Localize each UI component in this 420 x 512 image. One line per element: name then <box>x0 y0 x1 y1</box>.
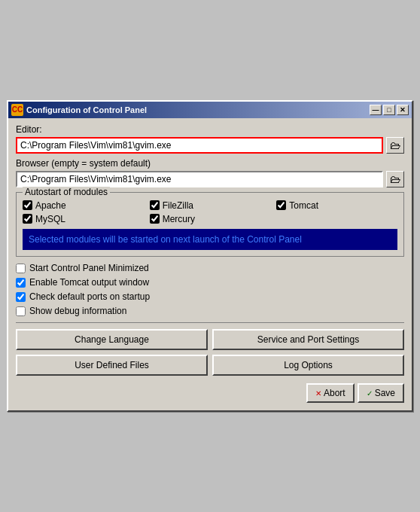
debug-checkbox[interactable] <box>16 306 26 316</box>
user-files-button[interactable]: User Defined Files <box>16 355 208 376</box>
service-port-button[interactable]: Service and Port Settings <box>212 329 404 350</box>
mercury-label[interactable]: Mercury <box>163 214 195 224</box>
tomcat-output-checkbox[interactable] <box>16 278 26 288</box>
options-group: Start Control Panel Minimized Enable Tom… <box>16 263 404 316</box>
filezilla-label[interactable]: FileZilla <box>163 200 193 211</box>
abort-button[interactable]: ✕ Abort <box>306 383 355 403</box>
editor-label: Editor: <box>16 124 404 135</box>
config-window: CC Configuration of Control Panel — □ ✕ … <box>7 100 413 413</box>
check-ports-label[interactable]: Check default ports on startup <box>29 291 150 302</box>
autostart-filezilla: FileZilla <box>150 200 271 211</box>
title-buttons: — □ ✕ <box>370 105 409 115</box>
app-icon: CC <box>11 104 23 116</box>
log-options-button[interactable]: Log Options <box>212 355 404 376</box>
check-ports-checkbox[interactable] <box>16 292 26 302</box>
autostart-apache: Apache <box>23 200 144 211</box>
autostart-mysql: MySQL <box>23 214 144 224</box>
minimized-checkbox[interactable] <box>16 264 26 273</box>
minimize-button[interactable]: — <box>370 105 382 115</box>
abort-icon: ✕ <box>315 389 321 398</box>
debug-label[interactable]: Show debug information <box>29 306 126 316</box>
browser-input[interactable] <box>16 171 383 187</box>
minimized-label[interactable]: Start Control Panel Minimized <box>29 263 149 273</box>
save-icon: ✓ <box>367 389 373 398</box>
abort-label: Abort <box>324 388 345 398</box>
autostart-group-label: Autostart of modules <box>23 187 110 197</box>
apache-label[interactable]: Apache <box>35 200 66 211</box>
editor-row: 🗁 <box>16 137 404 154</box>
editor-input[interactable] <box>16 137 383 154</box>
mysql-checkbox[interactable] <box>23 214 32 224</box>
autostart-group: Autostart of modules Apache FileZilla To… <box>16 192 404 258</box>
mysql-label[interactable]: MySQL <box>35 214 65 224</box>
maximize-button[interactable]: □ <box>383 105 395 115</box>
mercury-checkbox[interactable] <box>150 214 160 224</box>
bottom-buttons: ✕ Abort ✓ Save <box>16 380 404 404</box>
autostart-mercury: Mercury <box>150 214 271 224</box>
title-bar-left: CC Configuration of Control Panel <box>11 104 147 116</box>
editor-folder-button[interactable]: 🗁 <box>386 137 404 154</box>
browser-folder-button[interactable]: 🗁 <box>386 171 404 187</box>
browser-label: Browser (empty = system default) <box>16 158 404 169</box>
title-bar: CC Configuration of Control Panel — □ ✕ <box>8 102 412 118</box>
save-label: Save <box>375 388 395 398</box>
info-banner: Selected modules will be started on next… <box>23 229 397 251</box>
close-button[interactable]: ✕ <box>397 105 409 115</box>
save-button[interactable]: ✓ Save <box>358 383 404 403</box>
autostart-tomcat: Tomcat <box>276 200 397 211</box>
tomcat-output-label[interactable]: Enable Tomcat output window <box>29 277 149 288</box>
autostart-checkbox-grid: Apache FileZilla Tomcat MySQL Mercury <box>23 200 397 224</box>
browser-row: 🗁 <box>16 171 404 187</box>
apache-checkbox[interactable] <box>23 200 32 210</box>
change-language-button[interactable]: Change Language <box>16 329 208 350</box>
option-debug: Show debug information <box>16 306 404 316</box>
tomcat-label[interactable]: Tomcat <box>289 200 318 211</box>
tomcat-checkbox[interactable] <box>276 200 286 210</box>
filezilla-checkbox[interactable] <box>150 200 160 210</box>
option-check-ports: Check default ports on startup <box>16 291 404 302</box>
option-minimized: Start Control Panel Minimized <box>16 263 404 273</box>
divider <box>16 322 404 323</box>
main-content: Editor: 🗁 Browser (empty = system defaul… <box>8 118 412 411</box>
window-title: Configuration of Control Panel <box>26 105 147 114</box>
option-tomcat-output: Enable Tomcat output window <box>16 277 404 288</box>
action-buttons: Change Language Service and Port Setting… <box>16 329 404 376</box>
